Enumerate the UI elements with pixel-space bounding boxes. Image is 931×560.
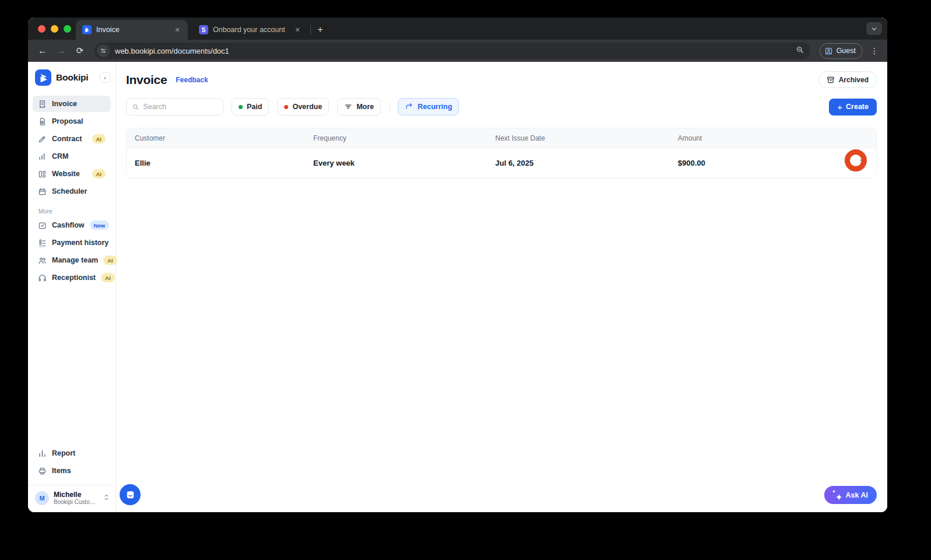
cell-amount: $900.00 <box>678 159 705 167</box>
feedback-link[interactable]: Feedback <box>176 76 208 84</box>
sidebar-item-manage-team[interactable]: Manage team AI <box>33 252 111 268</box>
crm-icon <box>38 152 47 161</box>
manage-team-icon <box>38 256 47 265</box>
sidebar-header: Bookipi ‹ <box>28 68 116 88</box>
recurring-icon <box>405 103 414 111</box>
search-box[interactable] <box>126 98 223 116</box>
table-header-row: Customer Frequency Next Issue Date Amoun… <box>127 128 876 148</box>
search-icon <box>132 103 139 111</box>
ai-badge: AI <box>92 134 106 144</box>
chevron-updown-icon <box>103 493 110 503</box>
sidebar-bottom-nav: Report Items <box>28 444 116 480</box>
brand-name: Bookipi <box>56 72 100 83</box>
sidebar-item-receptionist[interactable]: Receptionist AI <box>33 270 111 286</box>
tab-title: Onboard your account <box>213 26 288 34</box>
sidebar-item-cashflow[interactable]: Cashflow New <box>33 217 111 233</box>
search-input[interactable] <box>143 103 217 111</box>
close-window-button[interactable] <box>38 25 46 33</box>
tab-divider <box>310 25 311 34</box>
close-tab-icon[interactable]: ✕ <box>173 25 182 34</box>
ai-badge: AI <box>101 273 115 282</box>
close-tab-icon[interactable]: ✕ <box>293 25 302 34</box>
sidebar-item-crm[interactable]: CRM <box>33 148 111 164</box>
filter-more[interactable]: More <box>337 98 381 116</box>
new-tab-button[interactable]: + <box>313 23 327 37</box>
filter-recurring[interactable]: Recurring <box>398 98 459 116</box>
cell-next-issue-date: Jul 6, 2025 <box>495 159 678 167</box>
chat-widget-button[interactable] <box>120 484 141 505</box>
bookipi-logo-icon <box>35 69 51 86</box>
minimize-window-button[interactable] <box>51 25 58 33</box>
main-panel: Invoice Feedback Archived Paid <box>116 62 887 512</box>
sidebar-item-contract[interactable]: Contract AI <box>33 131 111 147</box>
tab-invoice[interactable]: Invoice ✕ <box>76 20 188 40</box>
page-header: Invoice Feedback Archived <box>126 71 877 88</box>
table-row[interactable]: Ellie Every week Jul 6, 2025 $900.00 <box>127 148 876 178</box>
window-controls <box>38 25 71 33</box>
user-meta: Michelle Bookipi Customer S... <box>54 491 99 505</box>
site-info-icon[interactable] <box>97 44 110 57</box>
user-name: Michelle <box>54 491 99 499</box>
forward-icon[interactable]: → <box>54 43 69 58</box>
sidebar-item-items[interactable]: Items <box>33 463 111 479</box>
reload-icon[interactable]: ⟳ <box>72 43 88 58</box>
cashflow-icon <box>38 221 47 230</box>
cell-customer: Ellie <box>135 159 313 167</box>
sidebar-item-payment-history[interactable]: Payment history <box>33 235 111 251</box>
invoice-icon <box>38 100 47 108</box>
row-actions-kebab-icon[interactable] <box>856 156 867 171</box>
sidebar-item-website[interactable]: Website AI <box>33 166 111 182</box>
tab-onboard[interactable]: S Onboard your account ✕ <box>192 20 308 40</box>
onboard-favicon: S <box>199 25 208 34</box>
invoice-table: Customer Frequency Next Issue Date Amoun… <box>126 128 877 178</box>
items-icon <box>38 467 47 475</box>
payment-history-icon <box>38 239 47 247</box>
filter-divider <box>389 102 390 112</box>
sidebar-item-report[interactable]: Report <box>33 445 111 461</box>
guest-profile-button[interactable]: Guest <box>820 43 863 59</box>
address-bar[interactable]: web.bookipi.com/documents/doc1 <box>94 43 810 59</box>
browser-menu-icon[interactable]: ⋮ <box>869 46 880 55</box>
browser-window: Invoice ✕ S Onboard your account ✕ + ← →… <box>28 18 887 512</box>
archive-icon <box>827 76 835 84</box>
filter-icon <box>344 103 352 111</box>
ai-badge: AI <box>92 169 106 178</box>
app-content: Bookipi ‹ Invoice Proposal Contract AI <box>28 62 887 512</box>
sidebar-nav: Invoice Proposal Contract AI CRM W <box>28 94 116 287</box>
receptionist-icon <box>38 274 47 282</box>
filter-paid[interactable]: Paid <box>232 98 269 116</box>
tab-title: Invoice <box>96 26 168 34</box>
tab-strip: Invoice ✕ S Onboard your account ✕ + <box>28 18 887 40</box>
more-section-label: More <box>38 208 116 215</box>
sidebar-spacer <box>28 287 116 437</box>
tab-search-button[interactable] <box>866 22 882 35</box>
sidebar-item-invoice[interactable]: Invoice <box>33 96 111 112</box>
filter-overdue[interactable]: Overdue <box>277 98 329 116</box>
profile-avatar-icon <box>824 47 833 55</box>
zoom-window-button[interactable] <box>64 25 71 33</box>
filter-bar: Paid Overdue More Recurring + Create <box>126 98 877 116</box>
proposal-icon <box>38 117 47 126</box>
sidebar-item-scheduler[interactable]: Scheduler <box>33 183 111 200</box>
user-subtitle: Bookipi Customer S... <box>54 499 99 505</box>
guest-label: Guest <box>836 47 856 55</box>
column-header-next-issue-date: Next Issue Date <box>495 134 678 142</box>
back-icon[interactable]: ← <box>35 43 50 58</box>
sparkles-icon: ✦✦ <box>833 491 842 499</box>
chat-icon <box>125 490 135 500</box>
user-account-switcher[interactable]: M Michelle Bookipi Customer S... <box>28 485 116 512</box>
sidebar: Bookipi ‹ Invoice Proposal Contract AI <box>28 62 116 512</box>
browser-toolbar: ← → ⟳ web.bookipi.com/documents/doc1 Gue… <box>28 40 887 62</box>
archived-button[interactable]: Archived <box>818 71 877 88</box>
sidebar-item-proposal[interactable]: Proposal <box>33 113 111 130</box>
url-text: web.bookipi.com/documents/doc1 <box>115 47 796 55</box>
ask-ai-button[interactable]: ✦✦ Ask AI <box>824 486 877 504</box>
zoom-indicator-icon[interactable] <box>796 46 804 57</box>
page-title: Invoice <box>126 73 167 87</box>
column-header-frequency: Frequency <box>313 134 495 142</box>
column-header-amount: Amount <box>678 134 876 142</box>
create-button[interactable]: + Create <box>829 99 877 116</box>
collapse-sidebar-button[interactable]: ‹ <box>100 72 110 83</box>
overdue-dot-icon <box>284 105 288 109</box>
avatar: M <box>35 491 49 505</box>
